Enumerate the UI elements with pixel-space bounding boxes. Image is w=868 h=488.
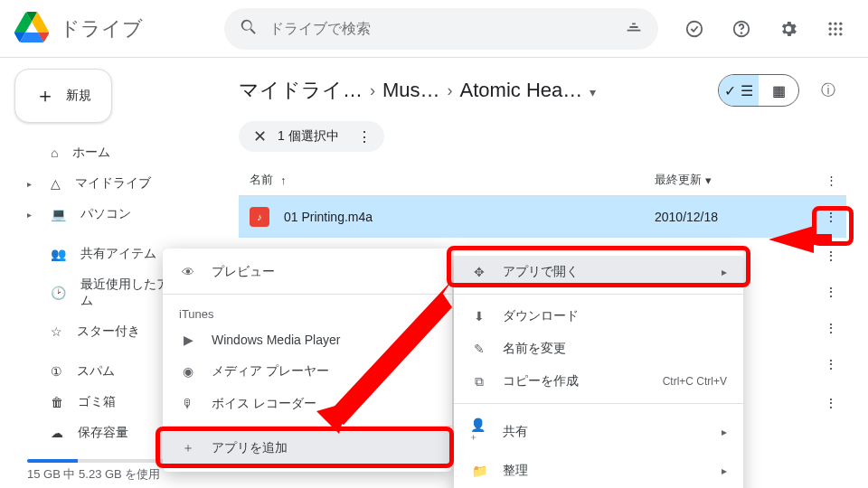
folder-icon: 📁 [470, 464, 488, 478]
sidebar-item-home[interactable]: ⌂ホーム [14, 137, 217, 168]
file-row[interactable]: ♪ 01 Printing.m4a 2010/12/18 ⋮ [239, 196, 846, 238]
view-toggle: ✓ ☰ ▦ [718, 74, 799, 107]
chevron-right-icon[interactable]: ▸ [27, 179, 36, 189]
list-view-button[interactable]: ✓ ☰ [719, 75, 759, 106]
cloud-icon: ☁ [51, 426, 63, 440]
sidebar-item-computers[interactable]: ▸💻パソコン [14, 199, 217, 230]
storage-bar [27, 459, 172, 463]
breadcrumb-item[interactable]: Mus… [382, 79, 440, 102]
selection-bar: ✕ 1 個選択中 ⋮ [239, 121, 384, 152]
svg-point-8 [839, 27, 842, 30]
apps-grid-icon[interactable] [817, 11, 854, 47]
menu-download[interactable]: ⬇ダウンロード [454, 300, 743, 333]
people-icon: 👥 [51, 247, 66, 261]
file-more-icon[interactable]: ⋮ [825, 396, 835, 410]
chevron-right-icon: ▸ [722, 266, 727, 278]
audio-file-icon: ♪ [250, 207, 269, 227]
search-icon [239, 17, 259, 41]
new-button[interactable]: ＋ 新規 [14, 69, 112, 123]
pencil-icon: ✎ [470, 342, 488, 356]
file-context-menu: ✥アプリで開く▸ ⬇ダウンロード ✎名前を変更 ⧉コピーを作成Ctrl+C Ct… [454, 249, 743, 488]
caret-down-icon: ▾ [705, 174, 712, 187]
close-icon[interactable]: ✕ [253, 127, 267, 146]
name-column[interactable]: 名前 [250, 172, 273, 188]
breadcrumb: マイドライ… › Mus… › Atomic Hea… ▾ [239, 77, 596, 104]
file-more-icon[interactable]: ⋮ [825, 321, 835, 335]
mic-icon: 🎙 [179, 397, 197, 411]
info-icon[interactable]: ⓘ [810, 72, 846, 108]
svg-point-6 [829, 27, 832, 30]
download-icon: ⬇ [470, 309, 488, 324]
svg-marker-12 [769, 226, 832, 253]
logo[interactable]: ドライブ [14, 10, 217, 48]
svg-point-9 [829, 33, 832, 35]
copy-icon: ⧉ [470, 374, 488, 389]
new-button-label: 新規 [66, 88, 91, 104]
app-name: ドライブ [60, 15, 143, 42]
media-icon: ◉ [179, 364, 197, 379]
svg-marker-13 [326, 280, 452, 425]
svg-point-2 [741, 33, 742, 33]
menu-rename[interactable]: ✎名前を変更 [454, 333, 743, 365]
menu-share[interactable]: 👤⁺共有▸ [454, 409, 743, 455]
svg-point-5 [839, 22, 842, 24]
app-header: ドライブ [0, 0, 868, 58]
home-icon: ⌂ [51, 145, 58, 160]
column-options-icon[interactable]: ⋮ [826, 174, 835, 187]
search-bar[interactable] [224, 8, 658, 50]
breadcrumb-item[interactable]: マイドライ… [239, 77, 363, 104]
svg-point-3 [829, 22, 832, 24]
menu-open-with[interactable]: ✥アプリで開く▸ [454, 256, 743, 288]
grid-view-button[interactable]: ▦ [759, 75, 798, 106]
svg-point-4 [834, 22, 836, 24]
clock-icon: 🕑 [51, 286, 66, 300]
menu-add-app[interactable]: ＋アプリを追加 [163, 432, 452, 465]
annotation-arrow [769, 221, 832, 258]
header-actions [676, 11, 854, 47]
spam-icon: ① [51, 364, 62, 379]
plus-icon: ＋ [179, 440, 197, 456]
help-icon[interactable] [723, 11, 760, 47]
settings-gear-icon[interactable] [770, 11, 807, 47]
chevron-right-icon: › [448, 81, 453, 100]
menu-copy[interactable]: ⧉コピーを作成Ctrl+C Ctrl+V [454, 365, 743, 398]
caret-down-icon: ▾ [586, 85, 596, 99]
svg-point-7 [834, 27, 836, 30]
drive-logo-icon [14, 10, 49, 48]
star-icon: ☆ [51, 324, 62, 339]
trash-icon: 🗑 [51, 395, 63, 409]
search-input[interactable] [269, 21, 613, 37]
chevron-right-icon: › [370, 81, 375, 100]
plus-icon: ＋ [35, 82, 55, 109]
svg-point-10 [834, 33, 836, 35]
file-name: 01 Printing.m4a [284, 210, 655, 224]
share-icon: 👤⁺ [470, 418, 488, 446]
file-more-icon[interactable]: ⋮ [825, 285, 835, 299]
sort-up-icon[interactable]: ↑ [280, 174, 287, 187]
chevron-right-icon: ▸ [722, 426, 727, 438]
updated-column[interactable]: 最終更新 [655, 172, 702, 188]
annotation-arrow [316, 280, 461, 434]
breadcrumb-item[interactable]: Atomic Hea… ▾ [460, 79, 597, 102]
eye-icon: 👁 [179, 265, 197, 279]
column-headers: 名前↑ 最終更新 ▾ ⋮ [239, 164, 846, 196]
menu-organize[interactable]: 📁整理▸ [454, 455, 743, 487]
laptop-icon: 💻 [51, 207, 66, 221]
more-actions-icon[interactable]: ⋮ [357, 128, 370, 145]
open-with-icon: ✥ [470, 265, 488, 279]
chevron-right-icon[interactable]: ▸ [27, 210, 36, 220]
sidebar-item-mydrive[interactable]: ▸△マイドライブ [14, 168, 217, 199]
svg-marker-14 [316, 402, 348, 434]
wmp-icon: ▶ [179, 333, 197, 347]
file-more-icon[interactable]: ⋮ [825, 357, 835, 371]
selection-count: 1 個選択中 [278, 128, 339, 145]
drive-icon: △ [51, 176, 61, 191]
svg-point-0 [687, 21, 703, 36]
svg-point-11 [839, 33, 842, 35]
offline-icon[interactable] [676, 11, 712, 47]
chevron-right-icon: ▸ [722, 465, 727, 477]
search-options-icon[interactable] [624, 17, 644, 41]
